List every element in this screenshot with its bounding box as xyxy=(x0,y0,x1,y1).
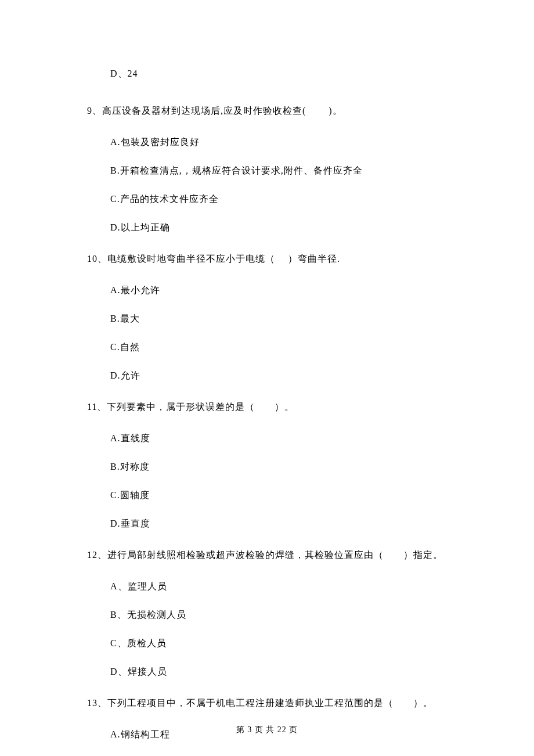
option-b: B.最大 xyxy=(110,312,447,326)
question-stem: 13、下列工程项目中，不属于机电工程注册建造师执业工程范围的是（ ）。 xyxy=(87,696,447,710)
option-d: D.允许 xyxy=(110,369,447,383)
option-d: D.以上均正确 xyxy=(110,221,447,235)
question-number: 10、 xyxy=(87,254,107,264)
question-stem: 9、高压设备及器材到达现场后,应及时作验收检查( )。 xyxy=(87,104,447,118)
option-a: A.直线度 xyxy=(110,431,447,445)
option-b: B.开箱检查清点,，规格应符合设计要求,附件、备件应齐全 xyxy=(110,164,447,178)
option-a: A.包装及密封应良好 xyxy=(110,135,447,149)
question-11: 11、下列要素中，属于形状误差的是（ ）。 A.直线度 B.对称度 C.圆轴度 … xyxy=(87,400,447,531)
option-c: C.自然 xyxy=(110,340,447,354)
question-text: 电缆敷设时地弯曲半径不应小于电缆（ ）弯曲半径. xyxy=(107,254,340,264)
orphan-option: D、24 xyxy=(110,67,447,81)
option-d: D.垂直度 xyxy=(110,517,447,531)
question-text: 下列工程项目中，不属于机电工程注册建造师执业工程范围的是（ ）。 xyxy=(107,698,433,708)
question-12: 12、进行局部射线照相检验或超声波检验的焊缝，其检验位置应由（ ）指定。 A、监… xyxy=(87,548,447,679)
question-number: 13、 xyxy=(87,698,107,708)
question-stem: 12、进行局部射线照相检验或超声波检验的焊缝，其检验位置应由（ ）指定。 xyxy=(87,548,447,562)
option-c: C、质检人员 xyxy=(110,636,447,650)
question-stem: 10、电缆敷设时地弯曲半径不应小于电缆（ ）弯曲半径. xyxy=(87,252,447,266)
options-list: A.最小允许 B.最大 C.自然 D.允许 xyxy=(110,283,447,383)
options-list: A、监理人员 B、无损检测人员 C、质检人员 D、焊接人员 xyxy=(110,579,447,679)
options-list: A.直线度 B.对称度 C.圆轴度 D.垂直度 xyxy=(110,431,447,531)
question-9: 9、高压设备及器材到达现场后,应及时作验收检查( )。 A.包装及密封应良好 B… xyxy=(87,104,447,235)
options-list: A.包装及密封应良好 B.开箱检查清点,，规格应符合设计要求,附件、备件应齐全 … xyxy=(110,135,447,235)
option-c: C.圆轴度 xyxy=(110,488,447,502)
option-a: A.最小允许 xyxy=(110,283,447,297)
option-c: C.产品的技术文件应齐全 xyxy=(110,192,447,206)
option-b: B.对称度 xyxy=(110,460,447,474)
question-text: 进行局部射线照相检验或超声波检验的焊缝，其检验位置应由（ ）指定。 xyxy=(107,550,443,560)
option-a: A、监理人员 xyxy=(110,579,447,593)
page-footer: 第 3 页 共 22 页 xyxy=(0,723,534,736)
question-number: 9、 xyxy=(87,106,102,116)
content-area: D、24 9、高压设备及器材到达现场后,应及时作验收检查( )。 A.包装及密封… xyxy=(0,0,534,756)
option-b: B、无损检测人员 xyxy=(110,608,447,622)
question-number: 11、 xyxy=(87,402,107,412)
question-number: 12、 xyxy=(87,550,107,560)
question-stem: 11、下列要素中，属于形状误差的是（ ）。 xyxy=(87,400,447,414)
option-d: D、焊接人员 xyxy=(110,665,447,679)
question-text: 高压设备及器材到达现场后,应及时作验收检查( )。 xyxy=(102,106,342,116)
question-10: 10、电缆敷设时地弯曲半径不应小于电缆（ ）弯曲半径. A.最小允许 B.最大 … xyxy=(87,252,447,383)
question-text: 下列要素中，属于形状误差的是（ ）。 xyxy=(107,402,294,412)
